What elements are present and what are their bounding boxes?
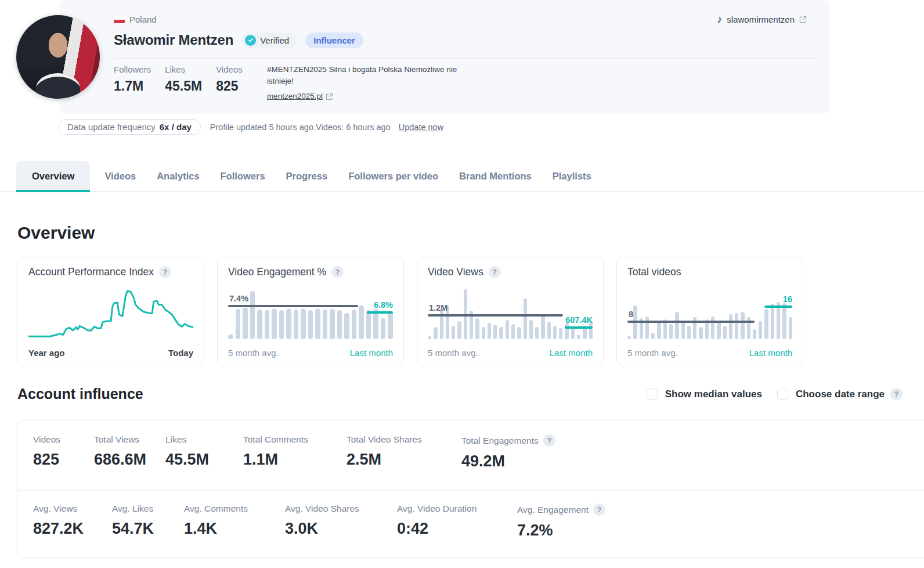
tab-followers[interactable]: Followers — [221, 161, 265, 191]
stat-avg-comments: Avg. Comments1.4K — [184, 504, 285, 540]
website-link[interactable]: mentzen2025.pl — [267, 91, 323, 102]
tab-playlists[interactable]: Playlists — [553, 161, 591, 191]
stat-value: 0:42 — [397, 520, 517, 538]
bar — [553, 326, 557, 340]
overview-cards: Account Performance Index ? Year ago Tod… — [17, 257, 803, 365]
help-icon[interactable]: ? — [593, 504, 605, 516]
bar — [381, 318, 386, 339]
card-total-videos: Total videos 8 16 5 month avg. Last mont… — [616, 257, 803, 365]
bar — [352, 310, 357, 339]
stat-label: Avg. Likes — [112, 504, 153, 514]
help-icon[interactable]: ? — [489, 266, 501, 278]
footer-label-left: 5 month avg. — [627, 348, 678, 358]
bar — [645, 317, 649, 339]
video-engagement-bar-chart: 7.4% 6.8% — [228, 285, 393, 339]
bar — [250, 291, 255, 339]
bar — [272, 309, 277, 339]
profile-header-card: Poland Sławomir Mentzen Verified Influen… — [60, 0, 830, 114]
bar — [771, 304, 774, 339]
bar — [735, 313, 738, 339]
stat-label: Likes — [165, 434, 186, 445]
profile-name: Sławomir Mentzen — [114, 32, 233, 48]
verified-label: Verified — [260, 35, 289, 45]
stat-total-video-shares: Total Video Shares2.5M — [346, 434, 461, 470]
bar — [529, 320, 533, 339]
external-link-icon — [326, 93, 333, 100]
choose-date-range-checkbox[interactable] — [777, 389, 788, 400]
account-influence-title: Account influence — [17, 386, 143, 402]
bar — [428, 336, 431, 339]
bar — [681, 321, 685, 339]
bar — [571, 327, 575, 339]
bar — [499, 327, 503, 339]
footer-label-left: 5 month avg. — [428, 348, 478, 358]
bar — [782, 303, 786, 339]
bar — [651, 333, 655, 339]
show-median-values-checkbox[interactable] — [647, 389, 658, 400]
update-now-link[interactable]: Update now — [399, 123, 443, 132]
stat-label: Total Engagements — [461, 436, 539, 446]
bar — [627, 336, 631, 339]
bar — [301, 309, 306, 339]
bar — [547, 322, 551, 339]
tab-brand-mentions[interactable]: Brand Mentions — [459, 161, 532, 191]
bar — [669, 324, 673, 339]
stat-total-engagements: Total Engagements?49.2M — [461, 434, 612, 470]
card-title: Account Performance Index — [28, 266, 154, 278]
influence-controls: Show median values Choose date range ? — [647, 388, 903, 400]
bar — [228, 335, 233, 339]
header-stat-videos: Videos825 — [216, 64, 252, 94]
bar — [265, 310, 270, 339]
card-title: Video Engagement % — [228, 266, 326, 278]
tiktok-handle-row[interactable]: ♪ slawomirmentzen — [717, 14, 807, 24]
help-icon[interactable]: ? — [159, 266, 171, 278]
axis-label-left: Year ago — [28, 348, 65, 358]
bar — [475, 318, 479, 339]
card-video-views: Video Views ? 1.2M 607.4K 5 month avg. L… — [417, 257, 604, 365]
stat-label: Avg. Views — [33, 504, 77, 514]
tab-followers-per-video[interactable]: Followers per video — [348, 161, 438, 191]
bar — [541, 315, 544, 339]
help-icon[interactable]: ? — [331, 266, 344, 278]
bar — [308, 310, 313, 339]
bar — [535, 327, 539, 339]
bar — [511, 324, 515, 339]
axis-label-right: Today — [168, 348, 193, 358]
stat-value: 7.2% — [517, 522, 668, 540]
update-row: Data update frequency 6x / day Profile u… — [58, 119, 443, 135]
bar — [559, 328, 562, 339]
bio-text: #MENTZEN2025 Silna i bogata Polska Niemo… — [267, 65, 457, 85]
help-icon[interactable]: ? — [543, 434, 555, 447]
tab-overview[interactable]: Overview — [16, 161, 90, 191]
footer-label-right: Last month — [749, 348, 792, 358]
bar — [366, 310, 371, 339]
bar — [323, 310, 328, 339]
bar — [373, 309, 378, 339]
stat-value: 3.0K — [285, 520, 397, 538]
influencer-badge: Influencer — [305, 33, 363, 48]
external-link-icon — [799, 16, 807, 23]
stat-label: Total Comments — [243, 434, 308, 445]
overview-title: Overview — [17, 223, 95, 243]
bar — [657, 322, 660, 339]
card-title: Total videos — [627, 266, 681, 278]
bar — [457, 321, 461, 339]
country-row: Poland — [114, 15, 157, 24]
stat-avg-likes: Avg. Likes54.7K — [112, 504, 184, 540]
bar — [243, 308, 248, 339]
tab-progress[interactable]: Progress — [286, 161, 328, 191]
tab-analytics[interactable]: Analytics — [157, 161, 199, 191]
bar — [434, 327, 437, 339]
video-views-bar-chart: 1.2M 607.4K — [428, 285, 593, 339]
tiktok-handle[interactable]: slawomirmentzen — [727, 15, 795, 24]
total-videos-bar-chart: 8 16 — [627, 285, 792, 339]
header-stat-followers: Followers1.7M — [114, 64, 151, 94]
stat-avg-video-duration: Avg. Video Duration0:42 — [397, 504, 517, 540]
country-label: Poland — [129, 15, 157, 24]
poland-flag-icon — [114, 16, 125, 23]
help-icon[interactable]: ? — [890, 388, 903, 400]
tab-videos[interactable]: Videos — [104, 161, 136, 191]
bar — [764, 309, 768, 339]
stat-value: 49.2M — [461, 452, 612, 470]
bar — [482, 327, 485, 339]
